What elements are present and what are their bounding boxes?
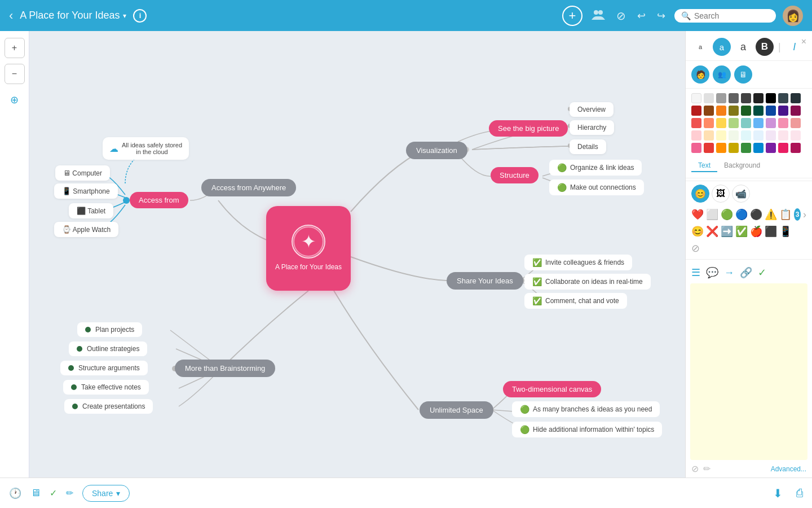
canvas[interactable]: ☁ All ideas safely stored in the cloud A… [29,31,685,478]
note-area[interactable] [690,283,807,460]
apple-sticker[interactable]: 🍎 [750,225,762,238]
person-icon-button[interactable]: 🧑 [691,65,709,84]
group-icon-button[interactable]: 👥 [713,65,731,84]
overview-leaf[interactable]: Overview [570,102,614,117]
color-pink-red[interactable] [791,118,801,128]
access-anywhere-node[interactable]: Access from Anywhere [201,179,296,196]
print-icon[interactable]: ⎙ [796,487,803,500]
color-deep-amber[interactable] [716,143,726,153]
download-icon[interactable]: ⬇ [773,487,783,500]
pen-icon[interactable]: ✏ [66,488,73,498]
computer-leaf[interactable]: 🖥 Computer [55,165,110,181]
color-gold[interactable] [729,143,739,153]
font-large-button[interactable]: a [734,38,752,56]
color-hot-pink[interactable] [691,143,701,153]
tablet-leaf[interactable]: ⬛ Tablet [69,203,113,218]
document-title[interactable]: A Place for Your Ideas ▾ [20,10,126,21]
collaborate-leaf[interactable]: ✅ Collaborate on ideas in real-time [524,274,651,290]
check-sticker[interactable]: ✅ [735,225,748,238]
font-small-button[interactable]: a [691,38,709,56]
heart-sticker[interactable]: ❤️ [691,208,704,221]
color-dark-pink[interactable] [791,106,801,116]
unlimited-space-node[interactable]: Unlimited Space [420,401,493,419]
share-button[interactable]: Share ▾ [82,485,130,502]
color-olive[interactable] [729,106,739,116]
edit-note-icon[interactable]: ✏ [703,463,710,474]
zoom-out-button[interactable]: − [5,64,25,84]
color-light-pink[interactable] [778,118,788,128]
text-tab[interactable]: Text [691,160,717,172]
color-vivid-red[interactable] [704,143,714,153]
search-input[interactable] [694,11,767,20]
info-button[interactable]: i [133,9,147,23]
color-red[interactable] [691,118,701,128]
check-mark-icon[interactable]: ✓ [758,266,766,279]
two-dimensional-node[interactable]: Two-dimensional canvas [503,381,601,397]
bg-tab[interactable]: Background [717,160,767,172]
color-dark-slate[interactable] [791,93,801,103]
history-icon[interactable]: 🕐 [9,487,21,500]
zoom-in-button[interactable]: + [5,38,25,58]
emoji-button[interactable]: 😊 [691,185,709,203]
branches-leaf[interactable]: 🟢 As many branches & ideas as you need [512,401,660,417]
image-button[interactable]: 🖼 [712,185,730,203]
color-teal[interactable] [741,118,751,128]
black-circle-sticker[interactable]: ⚫ [750,208,762,221]
hierarchy-leaf[interactable]: Hierarchy [570,120,614,135]
add-button[interactable]: + [562,6,582,26]
arrow-sticker[interactable]: ➡️ [721,225,733,238]
color-black[interactable] [766,93,776,103]
brainstorming-node[interactable]: More than Brainstorming [175,360,275,377]
screen-icon[interactable]: 🖥 [30,487,41,499]
color-slate[interactable] [778,93,788,103]
notes-leaf[interactable]: Take effective notes [63,380,149,395]
color-pale-cyan[interactable] [741,130,751,141]
color-pale-blue[interactable] [753,130,764,141]
color-pale-purple[interactable] [766,130,776,141]
color-lavender[interactable] [766,118,776,128]
connections-leaf[interactable]: 🟢 Make out connections [549,179,644,195]
close-panel-button[interactable]: × [801,37,806,47]
color-orange[interactable] [704,118,714,128]
avatar[interactable]: 👩 [783,6,803,26]
number-sticker[interactable]: 3 [794,208,801,221]
color-pale-rose-2[interactable] [791,130,801,141]
video-button[interactable]: 📹 [732,185,750,203]
invite-leaf[interactable]: ✅ Invite colleagues & friends [524,255,632,270]
screen-icon-button[interactable]: 🖥 [734,65,752,84]
color-light-green[interactable] [729,118,739,128]
tablet-sticker[interactable]: ⬛ [765,225,777,238]
structure-args-leaf[interactable]: Structure arguments [60,361,148,375]
center-node[interactable]: ✦ A Place for Your Ideas [266,206,351,291]
color-pale-green[interactable] [729,130,739,141]
dark-blue-circle-sticker[interactable]: 🔵 [735,208,748,221]
plan-leaf[interactable]: Plan projects [77,322,142,337]
font-bold-button[interactable]: B [756,38,774,56]
color-gray[interactable] [716,93,726,103]
x-sticker[interactable]: ❌ [706,225,718,238]
block-icon[interactable]: ⊘ [616,9,626,23]
circle-sticker[interactable]: ⬜ [706,208,718,221]
color-darker-gray[interactable] [741,93,751,103]
access-from-node[interactable]: Access from [130,192,188,208]
outline-leaf[interactable]: Outline strategies [69,341,147,356]
note-sticker[interactable]: 📋 [779,208,792,221]
green-circle-sticker[interactable]: 🟢 [721,208,733,221]
checkmark-icon[interactable]: ✓ [50,488,57,498]
structure-node[interactable]: Structure [491,167,539,183]
color-pale-yellow[interactable] [716,130,726,141]
no-icon-button[interactable]: ⊘ [686,240,812,257]
link-icon[interactable]: 🔗 [740,266,752,279]
color-teal-dark[interactable] [753,106,764,116]
comment-leaf[interactable]: ✅ Comment, chat and vote [524,293,627,309]
cancel-note-icon[interactable]: ⊘ [691,463,699,474]
color-purple[interactable] [778,106,788,116]
color-deep-pink[interactable] [791,143,801,153]
color-medium-green[interactable] [741,143,751,153]
share-node[interactable]: Share Your Ideas [447,272,523,290]
color-near-black[interactable] [753,93,764,103]
color-yellow[interactable] [716,118,726,128]
color-dark-gray[interactable] [729,93,739,103]
color-pale-rose[interactable] [778,130,788,141]
color-dark-green[interactable] [741,106,751,116]
